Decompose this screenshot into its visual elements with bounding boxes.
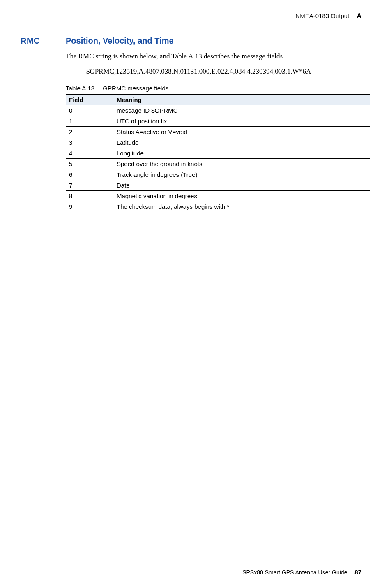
table-row: 8Magnetic variation in degrees (66, 190, 370, 201)
cell-meaning: The checksum data, always begins with * (113, 201, 370, 212)
cell-meaning: Longitude (113, 148, 370, 158)
table-row: 2Status A=active or V=void (66, 126, 370, 137)
page-footer: SPSx80 Smart GPS Antenna User Guide 87 (242, 569, 361, 576)
table-header-row: Field Meaning (66, 94, 370, 105)
cell-field: 9 (66, 201, 113, 212)
cell-field: 7 (66, 180, 113, 190)
section-key: RMC (21, 36, 66, 46)
table-row: 7Date (66, 180, 370, 190)
footer-page: 87 (354, 569, 361, 576)
cell-field: 4 (66, 148, 113, 158)
intro-paragraph: The RMC string is shown below, and Table… (66, 51, 361, 62)
col-field: Field (66, 94, 113, 105)
cell-meaning: Latitude (113, 137, 370, 148)
section-heading: RMC Position, Velocity, and Time (21, 36, 361, 46)
cell-meaning: Speed over the ground in knots (113, 158, 370, 169)
cell-field: 3 (66, 137, 113, 148)
footer-guide: SPSx80 Smart GPS Antenna User Guide (242, 569, 347, 576)
cell-field: 0 (66, 105, 113, 116)
cell-meaning: Date (113, 180, 370, 190)
cell-field: 5 (66, 158, 113, 169)
table-caption: Table A.13 GPRMC message fields (66, 85, 361, 92)
table-row: 4Longitude (66, 148, 370, 158)
section-title: Position, Velocity, and Time (66, 36, 174, 46)
table-title: GPRMC message fields (103, 85, 168, 92)
page-header: NMEA-0183 Output A (21, 12, 361, 20)
cell-meaning: message ID $GPRMC (113, 105, 370, 116)
chapter-title: NMEA-0183 Output (295, 12, 349, 19)
example-string: $GPRMC,123519,A,4807.038,N,01131.000,E,0… (86, 67, 361, 76)
cell-field: 1 (66, 116, 113, 126)
cell-meaning: UTC of position fix (113, 116, 370, 126)
appendix-letter: A (357, 12, 361, 19)
cell-meaning: Track angle in degrees (True) (113, 169, 370, 180)
table-row: 9The checksum data, always begins with * (66, 201, 370, 212)
cell-meaning: Magnetic variation in degrees (113, 190, 370, 201)
fields-table: Field Meaning 0message ID $GPRMC1UTC of … (66, 94, 370, 212)
table-row: 6Track angle in degrees (True) (66, 169, 370, 180)
cell-field: 2 (66, 126, 113, 137)
table-row: 3Latitude (66, 137, 370, 148)
table-row: 0message ID $GPRMC (66, 105, 370, 116)
cell-field: 8 (66, 190, 113, 201)
table-row: 5Speed over the ground in knots (66, 158, 370, 169)
table-row: 1UTC of position fix (66, 116, 370, 126)
col-meaning: Meaning (113, 94, 370, 105)
cell-field: 6 (66, 169, 113, 180)
table-number: Table A.13 (66, 85, 94, 92)
cell-meaning: Status A=active or V=void (113, 126, 370, 137)
